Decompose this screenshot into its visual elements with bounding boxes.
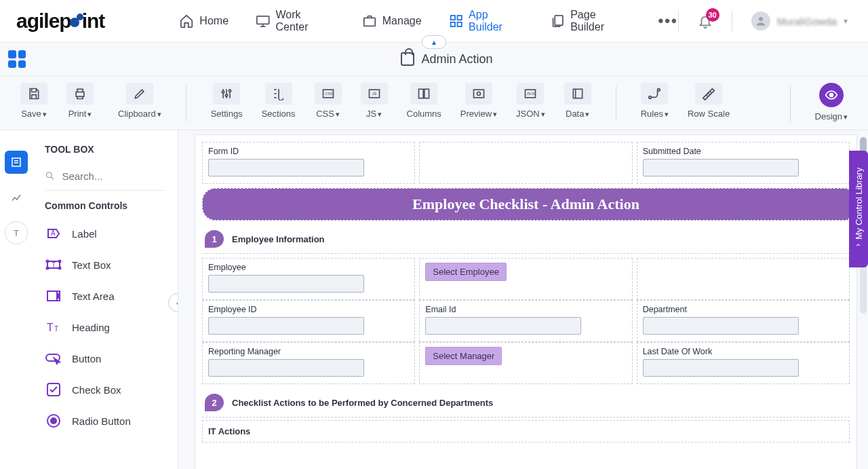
- css-icon: CSS: [321, 88, 335, 100]
- nav-workcenter[interactable]: Work Center: [256, 9, 335, 33]
- tool-label: JS: [366, 109, 376, 119]
- step-badge: 1: [205, 230, 224, 248]
- svg-point-27: [47, 172, 52, 178]
- svg-point-32: [47, 261, 49, 263]
- control-label-text: Check Box: [72, 384, 121, 396]
- field-input[interactable]: [643, 159, 799, 176]
- separator: [186, 86, 186, 121]
- field-email[interactable]: Email Id: [419, 300, 632, 342]
- settings-button[interactable]: Settings: [211, 83, 243, 119]
- notifications-button[interactable]: 30: [698, 14, 713, 29]
- empty-cell[interactable]: [637, 258, 850, 300]
- tool-label: Settings: [211, 109, 243, 119]
- form-banner[interactable]: Employee Checklist - Admin Action: [202, 188, 850, 221]
- textarea-icon: [45, 288, 62, 304]
- chevron-up-icon: ▴: [432, 37, 436, 47]
- step-badge: 2: [205, 394, 224, 411]
- control-textbox[interactable]: TText Box: [45, 249, 165, 280]
- separator: [616, 86, 616, 121]
- field-department[interactable]: Department: [637, 300, 850, 342]
- svg-point-9: [222, 91, 224, 93]
- field-input[interactable]: [208, 359, 364, 377]
- select-employee-button[interactable]: Select Employee: [425, 263, 507, 281]
- control-button[interactable]: Button: [45, 343, 165, 374]
- banner-text: Employee Checklist - Admin Action: [203, 189, 849, 220]
- section-2-header[interactable]: 2 Checklist Actions to be Performed by C…: [202, 388, 850, 417]
- empty-cell[interactable]: [419, 142, 632, 184]
- field-input[interactable]: [425, 317, 581, 335]
- field-input[interactable]: [208, 275, 364, 293]
- apps-switcher[interactable]: [8, 50, 26, 68]
- js-button[interactable]: JSJS▾: [361, 83, 388, 119]
- eye-icon: [472, 87, 486, 100]
- field-label: Employee: [208, 263, 409, 272]
- tool-label: Data: [566, 109, 584, 119]
- clipboard-button[interactable]: Clipboard▾: [118, 83, 161, 119]
- select-manager-button[interactable]: Select Manager: [425, 347, 502, 365]
- nav-home[interactable]: Home: [179, 14, 229, 29]
- field-label: Last Date Of Work: [643, 347, 844, 356]
- tool-label: Design: [815, 111, 842, 121]
- control-textarea[interactable]: Text Area: [45, 280, 165, 312]
- grid-icon: [449, 14, 463, 29]
- side-tab-text[interactable]: T: [5, 221, 28, 244]
- rules-button[interactable]: Rules▾: [641, 83, 669, 119]
- control-label-text: Heading: [72, 322, 110, 333]
- control-heading[interactable]: TTHeading: [45, 312, 165, 343]
- collapse-header-button[interactable]: ▴: [422, 35, 446, 49]
- svg-rect-5: [457, 22, 461, 26]
- side-tab-form[interactable]: [5, 151, 28, 174]
- sections-button[interactable]: Sections: [262, 83, 296, 119]
- section-title: Checklist Actions to be Performed by Con…: [232, 398, 493, 408]
- user-menu[interactable]: MuraliGowda ▾: [751, 12, 848, 31]
- briefcase-icon: [362, 14, 377, 29]
- tool-label: Clipboard: [118, 109, 156, 119]
- js-icon: JS: [368, 88, 381, 100]
- field-input[interactable]: [643, 317, 799, 335]
- cell-select-manager[interactable]: Select Manager: [419, 342, 632, 384]
- rowscale-button[interactable]: Row Scale: [688, 83, 730, 119]
- field-submitted-date[interactable]: Submitted Date: [637, 142, 850, 184]
- cell-select-employee[interactable]: Select Employee: [419, 258, 632, 300]
- css-button[interactable]: CSSCSS▾: [315, 83, 342, 119]
- field-manager[interactable]: Reporting Manager: [202, 342, 415, 384]
- field-label: Department: [643, 305, 844, 314]
- field-form-id[interactable]: Form ID: [202, 142, 415, 184]
- svg-rect-3: [457, 16, 461, 20]
- field-label: Submitted Date: [643, 147, 844, 156]
- nav-more[interactable]: •••: [658, 12, 678, 30]
- nav-appbuilder[interactable]: App Builder: [449, 9, 524, 33]
- flow-icon: [647, 87, 662, 100]
- field-employee-id[interactable]: Employee ID: [202, 300, 415, 342]
- home-icon: [179, 14, 194, 29]
- field-input[interactable]: [208, 317, 364, 335]
- data-button[interactable]: Data▾: [564, 83, 591, 119]
- field-lastdate[interactable]: Last Date Of Work: [637, 342, 850, 384]
- field-employee[interactable]: Employee: [202, 258, 415, 300]
- toolbox-search-input[interactable]: [62, 170, 165, 182]
- form-icon: [10, 156, 22, 168]
- design-button[interactable]: Design▾: [815, 83, 848, 121]
- field-input[interactable]: [643, 359, 799, 377]
- control-checkbox[interactable]: Check Box: [45, 374, 165, 405]
- control-label[interactable]: ALabel: [45, 218, 165, 249]
- svg-point-10: [225, 94, 227, 96]
- field-input[interactable]: [208, 159, 364, 176]
- svg-text:T: T: [47, 322, 54, 333]
- collapse-toolbox-button[interactable]: ‹: [168, 293, 178, 312]
- preview-button[interactable]: Preview▾: [460, 83, 497, 119]
- chevron-down-icon: ▾: [844, 16, 848, 26]
- side-tab-analytics[interactable]: [5, 186, 28, 209]
- section-1-header[interactable]: 1 Employee Information: [202, 225, 850, 254]
- json-button[interactable]: JSONJSON▾: [516, 83, 545, 119]
- svg-rect-0: [257, 16, 269, 24]
- it-actions-block[interactable]: IT Actions: [202, 420, 850, 443]
- save-button[interactable]: Save▾: [20, 83, 47, 119]
- print-button[interactable]: Print▾: [66, 83, 94, 119]
- nav-pagebuilder[interactable]: Page Builder: [551, 9, 631, 33]
- field-label: Form ID: [208, 147, 409, 156]
- columns-button[interactable]: Columns: [407, 83, 441, 119]
- nav-manage[interactable]: Manage: [362, 14, 422, 29]
- control-radio[interactable]: Radio Button: [45, 405, 165, 436]
- control-library-drawer[interactable]: ‹ My Control Library: [849, 151, 868, 267]
